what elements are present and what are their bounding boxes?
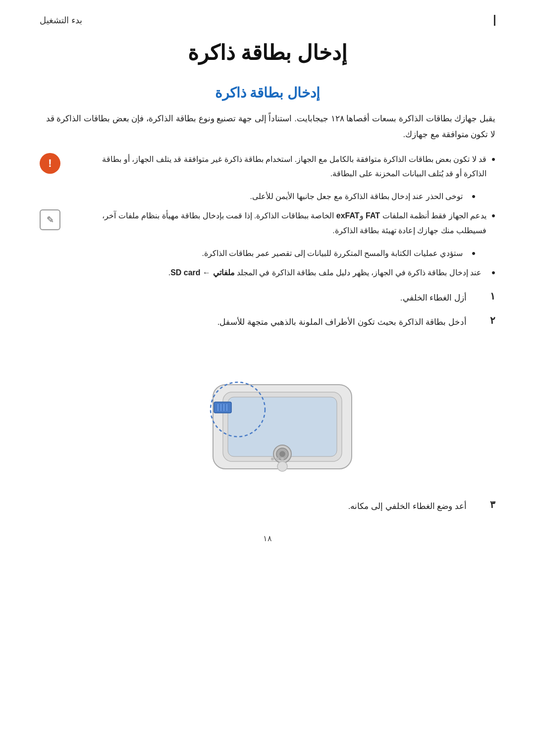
bullet-dot-1: •: [491, 153, 495, 166]
step-1: ١ أزل الغطاء الخلفي.: [40, 290, 495, 305]
step-text-1: أزل الغطاء الخلفي.: [400, 290, 467, 305]
step-number-2: ٢: [481, 314, 495, 326]
step-3: ٣ أعد وضع الغطاء الخلفي إلى مكانه.: [40, 499, 495, 514]
svg-point-10: [279, 451, 285, 457]
svg-point-11: [271, 457, 274, 460]
section-title: إدخال بطاقة ذاكرة: [40, 85, 495, 101]
svg-point-14: [277, 461, 287, 471]
sub-bullet-dot-2: •: [472, 247, 476, 260]
intro-text: يقبل جهازك بطاقات الذاكرة بسعات أقصاها ١…: [40, 111, 495, 143]
svg-point-13: [281, 457, 284, 460]
sub-bullet-dot-1: •: [472, 190, 476, 203]
bullet-warning: • قد لا تكون بعض بطاقات الذاكرة متوافقة …: [40, 152, 495, 181]
note-symbol: ✎: [47, 214, 54, 225]
page-number-text: ١٨: [263, 534, 272, 543]
sub-bullet-2: • ستؤدي عمليات الكتابة والمسح المتكررة ل…: [40, 246, 495, 261]
bullet-text-2: يدعم الجهاز فقط أنظمة الملفات FAT وexFAT…: [93, 208, 486, 238]
device-illustration: [40, 345, 495, 484]
steps-section-3: ٣ أعد وضع الغطاء الخلفي إلى مكانه.: [40, 499, 495, 514]
step-2: ٢ أدخل بطاقة الذاكرة بحيث تكون الأطراف ا…: [40, 314, 495, 330]
bullets-section: • قد لا تكون بعض بطاقات الذاكرة متوافقة …: [40, 152, 495, 280]
bullet-text-3: عند إدخال بطاقة ذاكرة في الجهاز، يظهر دل…: [40, 265, 482, 280]
header-bar: بدء التشغيل: [40, 15, 495, 26]
steps-section: ١ أزل الغطاء الخلفي. ٢ أدخل بطاقة الذاكر…: [40, 290, 495, 330]
bullet-note: • يدعم الجهاز فقط أنظمة الملفات FAT وexF…: [40, 208, 495, 238]
step-number-3: ٣: [481, 499, 495, 510]
warning-icon: !: [40, 153, 60, 174]
page-number: ١٨: [40, 534, 495, 543]
page-container: بدء التشغيل إدخال بطاقة ذاكرة إدخال بطاق…: [0, 0, 535, 756]
phone-svg: [159, 345, 376, 484]
sub-bullet-1: • توخى الحذر عند إدخال بطاقة الذاكرة مع …: [40, 189, 495, 204]
bullet-sd-card: • عند إدخال بطاقة ذاكرة في الجهاز، يظهر …: [40, 265, 495, 280]
header-label: بدء التشغيل: [40, 15, 82, 26]
warning-symbol: !: [48, 157, 52, 170]
step-text-3: أعد وضع الغطاء الخلفي إلى مكانه.: [348, 499, 467, 514]
main-title: إدخال بطاقة ذاكرة: [40, 41, 495, 65]
sub-bullet-text-1: توخى الحذر عند إدخال بطاقة الذاكرة مع جع…: [250, 189, 463, 204]
svg-point-12: [276, 457, 279, 460]
note-icon: ✎: [40, 209, 60, 230]
sub-bullet-text-2: ستؤدي عمليات الكتابة والمسح المتكررة للب…: [202, 246, 463, 261]
bullet-text-1: قد لا تكون بعض بطاقات الذاكرة متوافقة با…: [93, 152, 486, 181]
svg-rect-3: [214, 402, 231, 413]
bullet-dot-3: •: [491, 266, 495, 279]
step-text-2: أدخل بطاقة الذاكرة بحيث تكون الأطراف الم…: [217, 314, 467, 330]
step-number-1: ١: [481, 290, 495, 302]
bullet-dot-2: •: [491, 209, 495, 222]
